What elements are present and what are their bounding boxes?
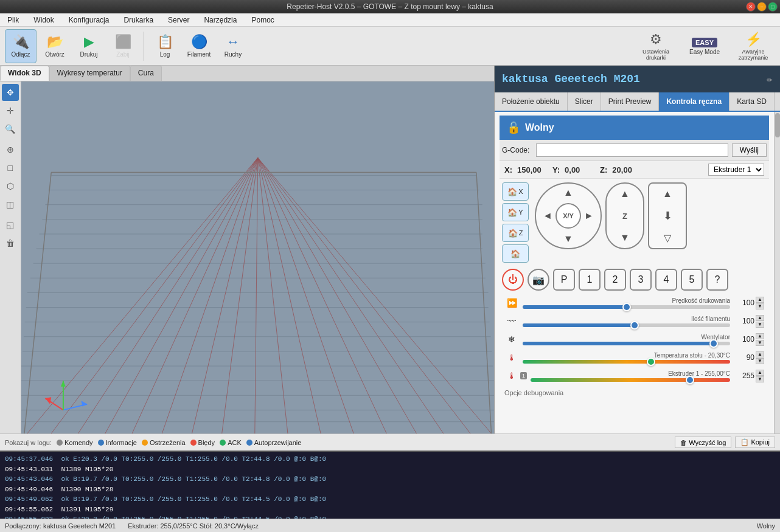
speed-up-btn[interactable]: ▲ — [756, 297, 764, 303]
xy-center-button[interactable]: X/Y — [555, 203, 581, 229]
tab-cura[interactable]: Cura — [130, 66, 162, 81]
tab-sd-card[interactable]: Karta SD — [730, 92, 775, 111]
open-button[interactable]: 📂 Otwórz — [39, 29, 71, 63]
tab-temp-charts[interactable]: Wykresy temperatur — [49, 66, 130, 81]
camera-button[interactable]: 📷 — [528, 269, 549, 291]
filament-down-btn[interactable]: ▼ — [756, 322, 764, 328]
log-filter-informacje[interactable]: Informacje — [98, 439, 137, 446]
log-button[interactable]: 📋 Log — [149, 29, 181, 63]
3d-viewport[interactable] — [21, 81, 494, 434]
log-filter-autoprzewijanie[interactable]: Autoprzewijanie — [246, 439, 302, 446]
move-z-minus-button[interactable]: ▼ — [616, 231, 634, 244]
menu-view[interactable]: Widok — [31, 15, 56, 25]
tab-print-preview[interactable]: Print Preview — [601, 92, 660, 111]
extruder-temp-thumb[interactable] — [686, 376, 694, 384]
side-btn-cursor[interactable]: ✥ — [2, 84, 19, 101]
btn-5[interactable]: 5 — [681, 269, 703, 291]
fan-up-btn[interactable]: ▲ — [756, 333, 764, 339]
moves-button[interactable]: ↔ Ruchy — [217, 29, 249, 63]
right-panel-scrollbar[interactable] — [774, 112, 780, 434]
fan-label: Wentylator — [523, 334, 730, 340]
extruder-up-button[interactable]: ▲ — [658, 187, 677, 201]
menu-server[interactable]: Server — [165, 15, 192, 25]
btn-1[interactable]: 1 — [579, 269, 601, 291]
p-button[interactable]: P — [553, 269, 575, 291]
home-all-button[interactable]: 🏠 — [502, 244, 529, 263]
extruder-temp-up-btn[interactable]: ▲ — [756, 370, 764, 376]
bed-temp-down-btn[interactable]: ▼ — [756, 358, 764, 364]
debug-options[interactable]: Opcje debugowania — [504, 387, 764, 399]
menu-printer[interactable]: Drukarka — [121, 15, 156, 25]
ack-dot — [220, 440, 226, 446]
log-filter-bledy[interactable]: Błędy — [190, 439, 215, 446]
side-btn-view2[interactable]: ⬡ — [2, 178, 19, 195]
filament-up-btn[interactable]: ▲ — [756, 315, 764, 321]
menu-file[interactable]: Plik — [5, 15, 21, 25]
power-button[interactable]: ⏻ — [502, 269, 524, 291]
fan-thumb[interactable] — [709, 339, 718, 348]
minimize-btn[interactable]: − — [757, 2, 767, 12]
home-x-icon: 🏠 — [507, 187, 517, 196]
scrollbar-thumb[interactable] — [775, 113, 780, 137]
menu-help[interactable]: Pomoc — [249, 15, 276, 25]
home-all-icon: 🏠 — [510, 249, 520, 258]
filament-button[interactable]: 🔵 Filament — [183, 29, 215, 63]
home-z-button[interactable]: 🏠 Z — [502, 224, 529, 242]
connect-button[interactable]: 🔌 Odłącz — [5, 29, 37, 63]
console-line-3: 09:45:43.046 ok B:19.7 /0.0 T0:255.0 /25… — [5, 474, 775, 485]
help-button[interactable]: ? — [706, 269, 728, 291]
bed-temp-thumb[interactable] — [647, 358, 655, 366]
btn-3[interactable]: 3 — [630, 269, 652, 291]
menu-config[interactable]: Konfiguracja — [66, 15, 112, 25]
side-btn-view1[interactable]: □ — [2, 159, 19, 176]
move-z-plus-button[interactable]: ▲ — [616, 187, 634, 201]
move-y-minus-button[interactable]: ▼ — [559, 232, 577, 246]
move-y-plus-button[interactable]: ▲ — [559, 186, 577, 199]
easy-mode-button[interactable]: EASY Easy Mode — [683, 29, 726, 63]
side-btn-delete[interactable]: 🗑 — [2, 235, 19, 252]
extruder-select[interactable]: Ekstruder 1 Ekstruder 2 — [708, 164, 764, 176]
emergency-stop-button[interactable]: ⚡ Awaryjne zatrzymanie — [731, 29, 775, 63]
side-btn-rotate[interactable]: ⊕ — [2, 141, 19, 158]
tab-slicer[interactable]: Slicer — [568, 92, 601, 111]
side-btn-view3[interactable]: ◫ — [2, 196, 19, 213]
gcode-send-button[interactable]: Wyślij — [732, 143, 767, 157]
clear-log-button[interactable]: 🗑 Wyczyść log — [675, 437, 731, 448]
move-x-minus-button[interactable]: ◄ — [538, 209, 557, 223]
fan-track-fill — [523, 342, 714, 345]
bed-temp-up-btn[interactable]: ▲ — [756, 351, 764, 358]
log-filter-komendy[interactable]: Komendy — [57, 439, 92, 446]
tab-manual-control[interactable]: Kontrola ręczna — [659, 92, 730, 111]
kill-button[interactable]: ⬛ Zabij — [107, 29, 139, 63]
gcode-input[interactable] — [536, 143, 728, 157]
speed-thumb[interactable] — [622, 303, 631, 311]
filament-thumb[interactable] — [630, 321, 639, 330]
speed-down-btn[interactable]: ▼ — [756, 303, 764, 309]
copy-log-button[interactable]: 📋 Kopiuj — [735, 437, 775, 448]
close-btn[interactable]: ✕ — [746, 2, 756, 12]
side-btn-view4[interactable]: ◱ — [2, 216, 19, 233]
menu-tools[interactable]: Narzędzia — [201, 15, 239, 25]
printer-settings-button[interactable]: ⚙ Ustawienia drukarki — [634, 29, 678, 63]
console-line-5: 09:45:49.062 ok B:19.7 /0.0 T0:255.0 /25… — [5, 494, 775, 505]
maximize-btn[interactable]: □ — [768, 2, 778, 12]
connection-status: Podłączony: kaktusa Geeetech M201 — [5, 522, 116, 530]
side-btn-zoom[interactable]: 🔍 — [2, 120, 19, 137]
home-x-button[interactable]: 🏠 X — [502, 182, 529, 201]
home-y-button[interactable]: 🏠 Y — [502, 203, 529, 221]
extruder-down-button[interactable]: ▽ — [658, 231, 677, 244]
side-btn-pan[interactable]: ✛ — [2, 102, 19, 119]
log-filter-ack[interactable]: ACK — [220, 439, 242, 446]
log-filter-ostrzezenia[interactable]: Ostrzeżenia — [142, 439, 186, 446]
printer-edit-icon[interactable]: ✏ — [767, 73, 773, 85]
tab-view3d[interactable]: Widok 3D — [0, 66, 49, 81]
print-button[interactable]: ▶ Drukuj — [73, 29, 105, 63]
btn-4[interactable]: 4 — [655, 269, 677, 291]
bed-temp-value: 90 — [737, 353, 754, 362]
extruder-temp-down-btn[interactable]: ▼ — [756, 376, 764, 382]
printer-name: kaktusa Geeetech M201 — [502, 73, 640, 85]
btn-2[interactable]: 2 — [604, 269, 626, 291]
move-x-plus-button[interactable]: ► — [580, 209, 598, 223]
fan-down-btn[interactable]: ▼ — [756, 340, 764, 346]
tab-position[interactable]: Położenie obiektu — [495, 92, 568, 111]
